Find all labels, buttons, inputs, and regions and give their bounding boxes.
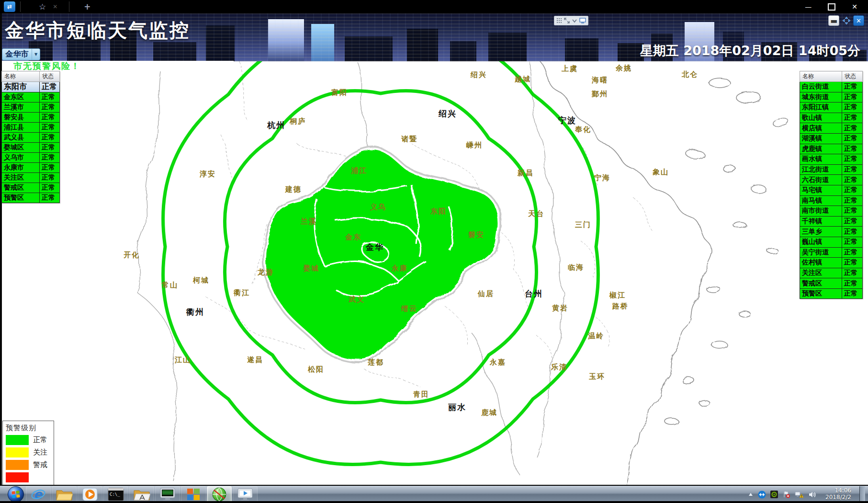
- column-header-name[interactable]: 名称: [800, 71, 842, 82]
- grid-icon[interactable]: [556, 18, 562, 23]
- town-row[interactable]: 关注区正常: [800, 268, 863, 278]
- district-row[interactable]: 婺城区正常: [2, 143, 60, 153]
- city-selector-dropdown[interactable]: 金华市 ▼: [2, 48, 40, 60]
- map-label: 越城: [514, 75, 531, 83]
- town-row[interactable]: 千祥镇正常: [800, 216, 863, 227]
- teamviewer-icon[interactable]: ⇄: [4, 1, 15, 12]
- favorite-star-icon[interactable]: ☆: [39, 2, 46, 11]
- map-label: 婺城: [303, 264, 319, 273]
- monitor-icon[interactable]: [579, 18, 586, 23]
- map-label: 海曙: [591, 76, 608, 84]
- chevron-down-icon[interactable]: [572, 18, 577, 23]
- map-label: 衢州: [186, 307, 204, 317]
- town-row[interactable]: 江北街道正常: [800, 164, 863, 175]
- town-name: 六石街道: [800, 175, 842, 185]
- new-tab-icon[interactable]: +: [84, 2, 90, 11]
- remote-monitor-icon: [159, 487, 176, 502]
- district-row[interactable]: 预警区正常: [2, 193, 60, 203]
- town-name: 白云街道: [800, 82, 842, 92]
- district-row[interactable]: 浦江县正常: [2, 123, 60, 133]
- town-name: 画水镇: [800, 154, 842, 165]
- minimize-icon[interactable]: ▬: [828, 15, 839, 26]
- town-status: 正常: [842, 237, 863, 247]
- town-row[interactable]: 南市街道正常: [800, 206, 863, 217]
- town-row[interactable]: 马宅镇正常: [800, 185, 863, 195]
- district-row[interactable]: 义乌市正常: [2, 153, 60, 163]
- map-label: 常山: [161, 281, 178, 289]
- map-label: 仙居: [477, 289, 494, 298]
- town-name: 城东街道: [800, 92, 842, 103]
- district-row-selected[interactable]: 东阳市正常: [2, 82, 60, 92]
- column-header-status[interactable]: 状态: [40, 71, 60, 82]
- resize-arrows-icon[interactable]: [841, 16, 851, 25]
- town-name: 虎鹿镇: [800, 144, 842, 154]
- district-status: 正常: [40, 183, 60, 193]
- legend-swatch: [6, 472, 29, 482]
- town-row[interactable]: 六石街道正常: [800, 175, 863, 185]
- town-row[interactable]: 白云街道正常: [800, 82, 863, 92]
- column-header-name[interactable]: 名称: [2, 71, 40, 82]
- town-status-table: 名称 状态 白云街道正常城东街道正常东阳江镇正常歌山镇正常横店镇正常湖溪镇正常虎…: [800, 71, 863, 299]
- town-row[interactable]: 警戒区正常: [800, 278, 863, 289]
- window-close-button[interactable]: ✕: [852, 3, 857, 11]
- column-header-status[interactable]: 状态: [842, 71, 863, 82]
- district-row[interactable]: 关注区正常: [2, 173, 60, 183]
- taskbar-app-internet-explorer[interactable]: e: [26, 486, 51, 503]
- town-status: 正常: [842, 206, 863, 217]
- taskbar-app-weather-monitor[interactable]: [207, 486, 232, 503]
- district-row[interactable]: 永康市正常: [2, 163, 60, 173]
- window-minimize-button[interactable]: —: [805, 3, 812, 11]
- town-name: 南马镇: [800, 195, 842, 206]
- taskbar-app-video-player[interactable]: [233, 486, 258, 503]
- volume-icon[interactable]: [808, 491, 816, 498]
- town-row[interactable]: 横店镇正常: [800, 123, 863, 134]
- window-maximize-button[interactable]: [828, 3, 835, 11]
- nvidia-tray-icon[interactable]: [770, 491, 778, 498]
- district-name: 武义县: [2, 133, 40, 143]
- close-tab-icon[interactable]: ✕: [53, 3, 57, 10]
- hidden-icons-arrow[interactable]: [748, 492, 754, 497]
- taskbar-app-tools-folder[interactable]: [129, 486, 154, 503]
- taskbar-app-media-player[interactable]: [78, 486, 102, 503]
- town-row[interactable]: 佐村镇正常: [800, 258, 863, 268]
- town-row[interactable]: 东阳江镇正常: [800, 103, 863, 113]
- district-row[interactable]: 金东区正常: [2, 92, 60, 103]
- taskbar-app-file-explorer[interactable]: [52, 486, 77, 503]
- town-row[interactable]: 三单乡正常: [800, 227, 863, 237]
- chevron-down-icon[interactable]: ▼: [32, 49, 40, 60]
- map-label: 柯城: [192, 276, 209, 285]
- legend-label: 警戒: [33, 460, 47, 469]
- town-row[interactable]: 画水镇正常: [800, 154, 863, 165]
- teamviewer-tray-icon[interactable]: [758, 491, 766, 499]
- taskbar-clock[interactable]: 14:06 2018/2/2: [825, 487, 851, 501]
- network-warning-icon[interactable]: [795, 491, 804, 498]
- jinhua-region[interactable]: [265, 148, 498, 360]
- map-label: 淳安: [199, 170, 216, 178]
- taskbar-app-system[interactable]: [181, 486, 206, 503]
- town-row[interactable]: 巍山镇正常: [800, 237, 863, 247]
- taskbar-app-remote-monitor[interactable]: [155, 486, 180, 503]
- start-button[interactable]: [7, 486, 25, 503]
- close-icon[interactable]: ✕: [853, 15, 864, 26]
- map-label: 金华: [365, 242, 384, 252]
- map-label: 绍兴: [470, 70, 487, 79]
- district-row[interactable]: 兰溪市正常: [2, 103, 60, 113]
- town-row[interactable]: 南马镇正常: [800, 195, 863, 206]
- district-name: 兰溪市: [2, 103, 40, 113]
- svg-text:C:\_: C:\_: [110, 492, 120, 497]
- town-row[interactable]: 歌山镇正常: [800, 113, 863, 123]
- district-row[interactable]: 磐安县正常: [2, 113, 60, 123]
- town-row[interactable]: 虎鹿镇正常: [800, 144, 863, 154]
- resize-icon[interactable]: [564, 18, 570, 23]
- internet-explorer-icon: e: [30, 487, 46, 502]
- district-row[interactable]: 警戒区正常: [2, 183, 60, 193]
- district-row[interactable]: 武义县正常: [2, 133, 60, 143]
- town-row[interactable]: 湖溪镇正常: [800, 133, 863, 144]
- show-desktop-button[interactable]: [859, 486, 865, 503]
- town-row[interactable]: 预警区正常: [800, 288, 863, 299]
- action-center-flag-icon[interactable]: [782, 491, 790, 498]
- map-canvas[interactable]: 绍兴越城上虞余姚海曙北仑鄞州富阳宁波奉化杭州桐庐绍兴诸暨嵊州新昌宁海象山淳安建德…: [0, 61, 868, 485]
- taskbar-app-command-prompt[interactable]: C:\_: [103, 486, 128, 503]
- town-row[interactable]: 吴宁街道正常: [800, 247, 863, 258]
- town-row[interactable]: 城东街道正常: [800, 92, 863, 103]
